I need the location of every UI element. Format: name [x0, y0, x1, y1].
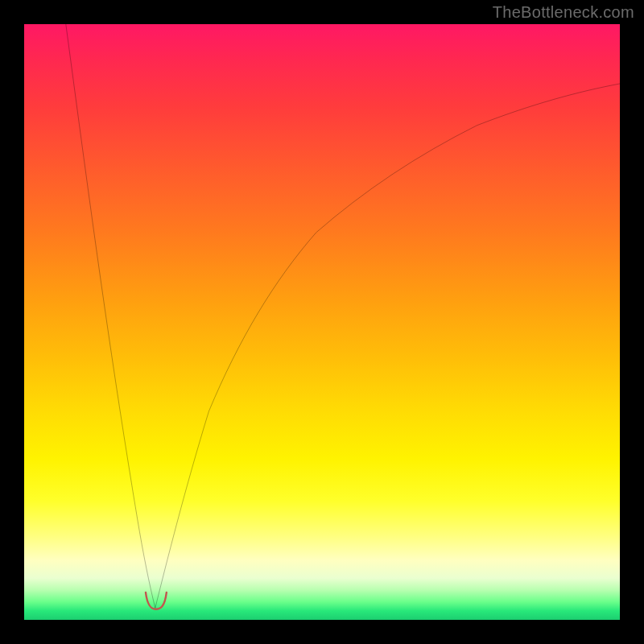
plot-area	[24, 24, 620, 620]
curve-right-branch	[155, 84, 620, 608]
curve-svg	[24, 24, 620, 620]
chart-container: TheBottleneck.com	[0, 0, 644, 644]
curve-left-branch	[66, 24, 155, 608]
valley-marker	[146, 592, 167, 609]
watermark-text: TheBottleneck.com	[493, 3, 634, 22]
